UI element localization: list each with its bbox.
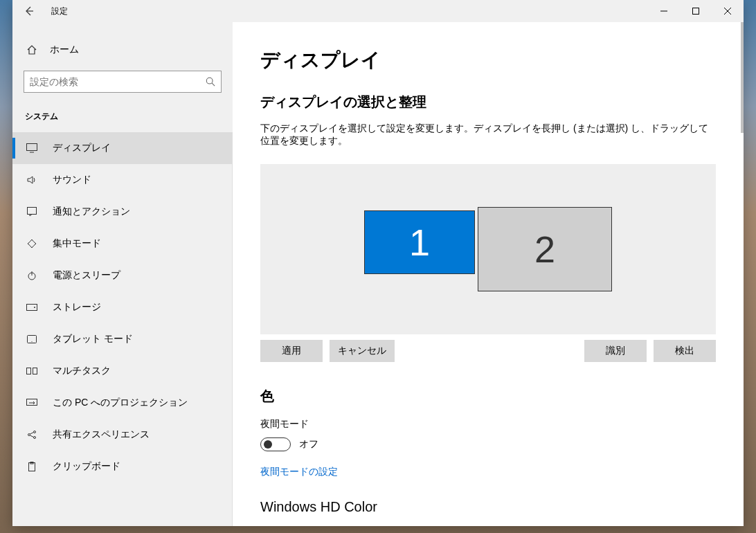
home-label: ホーム <box>50 44 79 56</box>
sidebar-item-focus[interactable]: 集中モード <box>12 228 232 260</box>
back-button[interactable] <box>12 0 46 22</box>
window-title: 設定 <box>51 6 68 17</box>
svg-rect-5 <box>27 305 37 311</box>
nav-label: クリップボード <box>53 460 120 473</box>
color-section-title: 色 <box>260 387 716 406</box>
sidebar-item-sound[interactable]: サウンド <box>12 164 232 196</box>
nav-label: マルチタスク <box>53 365 111 377</box>
search-input[interactable] <box>30 76 206 87</box>
toggle-thumb <box>264 440 272 449</box>
close-icon <box>724 8 731 15</box>
nav-label: ディスプレイ <box>53 142 111 154</box>
content-area[interactable]: ディスプレイ ディスプレイの選択と整理 下のディスプレイを選択して設定を変更しま… <box>233 22 744 526</box>
monitor-2[interactable]: 2 <box>478 207 612 291</box>
nav-label: ストレージ <box>53 301 101 314</box>
apply-button[interactable]: 適用 <box>260 340 323 362</box>
arrange-section-desc: 下のディスプレイを選択して設定を変更します。ディスプレイを長押し (または選択)… <box>260 123 716 147</box>
sidebar-item-clipboard[interactable]: クリップボード <box>12 451 232 482</box>
cancel-button[interactable]: キャンセル <box>330 340 395 362</box>
night-mode-settings-link[interactable]: 夜間モードの設定 <box>260 466 338 478</box>
nav-list: ディスプレイ サウンド 通知とアクション 集中モード 電源とスリープ <box>12 132 233 526</box>
arrange-section-title: ディスプレイの選択と整理 <box>260 93 716 111</box>
settings-window: 設定 ホーム システム <box>12 0 744 526</box>
sidebar-group-label: システム <box>12 105 233 132</box>
sidebar-item-power[interactable]: 電源とスリープ <box>12 260 232 291</box>
svg-point-1 <box>206 78 213 84</box>
sidebar-item-tablet[interactable]: タブレット モード <box>12 323 232 355</box>
nav-label: 電源とスリープ <box>53 269 120 282</box>
minimize-icon <box>660 8 667 15</box>
svg-rect-9 <box>27 368 31 374</box>
svg-rect-0 <box>693 8 699 15</box>
svg-point-12 <box>28 434 30 436</box>
home-icon <box>25 44 39 55</box>
hd-color-title: Windows HD Color <box>260 499 716 515</box>
search-box[interactable] <box>24 71 222 93</box>
power-icon <box>25 271 39 280</box>
home-button[interactable]: ホーム <box>12 36 233 64</box>
svg-point-6 <box>34 307 35 308</box>
clipboard-icon <box>25 462 39 471</box>
close-button[interactable] <box>712 0 744 22</box>
sidebar-item-display[interactable]: ディスプレイ <box>12 132 232 164</box>
maximize-button[interactable] <box>680 0 712 22</box>
sidebar-item-storage[interactable]: ストレージ <box>12 291 232 323</box>
notification-icon <box>25 207 39 217</box>
night-mode-toggle-row: オフ <box>260 437 716 451</box>
detect-button[interactable]: 検出 <box>654 340 716 362</box>
scrollbar-thumb[interactable] <box>741 22 744 133</box>
tablet-icon <box>25 335 39 343</box>
svg-rect-3 <box>28 208 37 215</box>
svg-rect-10 <box>33 368 37 374</box>
night-mode-state: オフ <box>299 438 318 451</box>
night-mode-toggle[interactable] <box>260 437 291 451</box>
arrange-button-row: 適用 キャンセル 識別 検出 <box>260 340 716 362</box>
nav-label: 通知とアクション <box>53 206 130 218</box>
identify-button[interactable]: 識別 <box>584 340 647 362</box>
focus-icon <box>25 239 39 249</box>
display-icon <box>25 143 39 153</box>
back-arrow-icon <box>24 6 35 17</box>
svg-point-13 <box>34 431 36 433</box>
sidebar-item-notifications[interactable]: 通知とアクション <box>12 196 232 228</box>
svg-point-8 <box>31 341 32 342</box>
projection-icon <box>25 399 39 407</box>
sidebar-item-projection[interactable]: この PC へのプロジェクション <box>12 387 232 419</box>
sidebar-item-multitask[interactable]: マルチタスク <box>12 355 232 387</box>
svg-rect-2 <box>27 144 37 151</box>
svg-rect-11 <box>27 399 37 406</box>
sound-icon <box>25 174 39 186</box>
body: ホーム システム ディスプレイ サウンド <box>12 22 744 526</box>
share-icon <box>25 430 39 440</box>
nav-label: 集中モード <box>53 237 101 250</box>
minimize-button[interactable] <box>648 0 680 22</box>
page-title: ディスプレイ <box>260 47 716 73</box>
sidebar: ホーム システム ディスプレイ サウンド <box>12 22 233 526</box>
titlebar: 設定 <box>12 0 744 22</box>
nav-label: 共有エクスペリエンス <box>53 428 150 441</box>
monitor-1[interactable]: 1 <box>364 210 475 274</box>
display-arrangement-canvas[interactable]: 1 2 <box>260 164 716 334</box>
storage-icon <box>25 304 39 311</box>
search-icon <box>206 77 215 87</box>
night-mode-label: 夜間モード <box>260 418 716 431</box>
multitask-icon <box>25 368 39 374</box>
maximize-icon <box>692 8 699 15</box>
sidebar-item-share[interactable]: 共有エクスペリエンス <box>12 419 232 451</box>
svg-point-14 <box>34 437 36 439</box>
nav-label: この PC へのプロジェクション <box>53 397 188 409</box>
nav-label: サウンド <box>53 174 91 186</box>
nav-label: タブレット モード <box>53 333 133 345</box>
